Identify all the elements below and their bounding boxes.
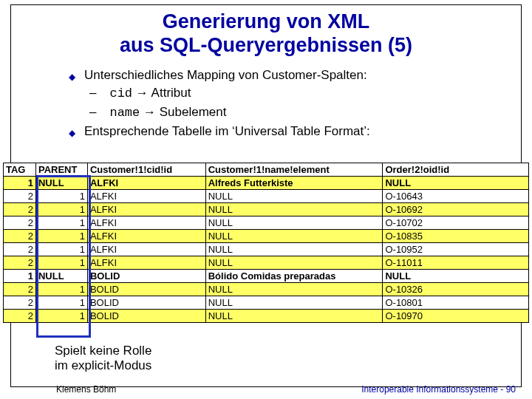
- table-cell: 2: [4, 203, 36, 216]
- bullet-2: ◆ Entsprechende Tabelle im ‘Universal Ta…: [69, 123, 521, 141]
- table-cell: BOLID: [87, 283, 205, 296]
- table-cell: NULL: [205, 283, 383, 296]
- table-cell: ALFKI: [87, 243, 205, 256]
- highlight-caption: Spielt keine Rolle im explicit-Modus: [55, 344, 151, 374]
- table-cell: 1: [35, 283, 87, 296]
- table-cell: NULL: [205, 310, 383, 323]
- table-body: 1NULLALFKIAlfreds FutterkisteNULL21ALFKI…: [4, 177, 529, 323]
- table-cell: ALFKI: [87, 230, 205, 243]
- table-cell: O-10835: [383, 230, 529, 243]
- table-cell: 2: [4, 216, 36, 230]
- table-header-row: TAG PARENT Customer!1!cid!id Customer!1!…: [4, 163, 529, 177]
- arrow-icon: →: [143, 105, 156, 119]
- code-cid: cid: [109, 86, 132, 100]
- bullet-1: ◆ Unterschiedliches Mapping von Customer…: [69, 66, 521, 85]
- sub2-rest: Subelement: [156, 105, 226, 119]
- table-row: 21ALFKINULLO-10702: [4, 216, 529, 230]
- table-row: 21ALFKINULLO-10952: [4, 243, 529, 256]
- table-row: 1NULLBOLIDBólido Comidas preparadasNULL: [4, 270, 529, 283]
- col-parent: PARENT: [35, 163, 87, 177]
- dash-icon: –: [89, 103, 96, 123]
- caption-line-2: im explicit-Modus: [55, 358, 151, 372]
- table-row: 21BOLIDNULLO-10326: [4, 283, 529, 296]
- table-cell: 2: [4, 256, 36, 270]
- table-cell: 1: [35, 203, 87, 216]
- table-cell: 2: [4, 310, 36, 323]
- table-cell: ALFKI: [87, 190, 205, 203]
- col-oid: Order!2!oid!id: [383, 163, 529, 177]
- table-cell: O-10952: [383, 243, 529, 256]
- sub1-rest: Attribut: [149, 86, 191, 100]
- table-cell: NULL: [205, 243, 383, 256]
- table-cell: 2: [4, 296, 36, 310]
- footer-author: Klemens Böhm: [56, 384, 116, 395]
- table-cell: Alfreds Futterkiste: [205, 177, 383, 190]
- sub-bullet-1-text: cid → Attribut: [109, 84, 191, 103]
- table-cell: ALFKI: [87, 203, 205, 216]
- table-row: 21ALFKINULLO-11011: [4, 256, 529, 270]
- table-cell: O-10692: [383, 203, 529, 216]
- bullet-1-text: Unterschiedliches Mapping von Customer-S…: [84, 66, 367, 85]
- table-row: 21ALFKINULLO-10643: [4, 190, 529, 203]
- dash-icon: –: [89, 84, 96, 103]
- code-name: name: [109, 106, 140, 120]
- table-cell: NULL: [205, 216, 383, 230]
- table-cell: ALFKI: [87, 256, 205, 270]
- table-cell: NULL: [205, 296, 383, 310]
- table-cell: 1: [35, 310, 87, 323]
- table-cell: NULL: [205, 230, 383, 243]
- table-cell: Bólido Comidas preparadas: [205, 270, 383, 283]
- table-cell: NULL: [35, 177, 87, 190]
- table-cell: BOLID: [87, 296, 205, 310]
- table-cell: 2: [4, 283, 36, 296]
- table-row: 21ALFKINULLO-10692: [4, 203, 529, 216]
- col-name: Customer!1!name!element: [205, 163, 383, 177]
- table-row: 1NULLALFKIAlfreds FutterkisteNULL: [4, 177, 529, 190]
- universal-table: TAG PARENT Customer!1!cid!id Customer!1!…: [3, 163, 529, 323]
- table-cell: 1: [4, 177, 36, 190]
- table-cell: 1: [35, 296, 87, 310]
- table-cell: BOLID: [87, 270, 205, 283]
- table-cell: NULL: [205, 190, 383, 203]
- table-cell: O-10970: [383, 310, 529, 323]
- table-cell: ALFKI: [87, 216, 205, 230]
- sub-bullet-1: – cid → Attribut: [89, 84, 521, 103]
- title-line-2: aus SQL-Queryergebnissen (5): [120, 34, 412, 56]
- slide-title: Generierung von XML aus SQL-Queryergebni…: [11, 10, 521, 58]
- col-tag: TAG: [4, 163, 36, 177]
- table-cell: 1: [4, 270, 36, 283]
- table-cell: NULL: [383, 177, 529, 190]
- data-table-wrapper: TAG PARENT Customer!1!cid!id Customer!1!…: [0, 163, 532, 323]
- table-cell: 1: [35, 216, 87, 230]
- table-row: 21BOLIDNULLO-10801: [4, 296, 529, 310]
- col-cid: Customer!1!cid!id: [87, 163, 205, 177]
- table-row: 21ALFKINULLO-10835: [4, 230, 529, 243]
- table-row: 21BOLIDNULLO-10970: [4, 310, 529, 323]
- title-line-1: Generierung von XML: [163, 10, 370, 33]
- table-cell: NULL: [35, 270, 87, 283]
- table-cell: NULL: [383, 270, 529, 283]
- table-cell: O-10702: [383, 216, 529, 230]
- table-cell: 2: [4, 230, 36, 243]
- sub-bullet-2-text: name → Subelement: [109, 103, 226, 123]
- arrow-icon: →: [136, 86, 149, 100]
- bullet-2-text: Entsprechende Tabelle im ‘Universal Tabl…: [84, 123, 370, 141]
- table-cell: O-10643: [383, 190, 529, 203]
- table-cell: ALFKI: [87, 177, 205, 190]
- table-cell: NULL: [205, 203, 383, 216]
- table-cell: 1: [35, 190, 87, 203]
- table-cell: 2: [4, 243, 36, 256]
- diamond-bullet-icon: ◆: [69, 71, 75, 83]
- table-cell: 1: [35, 230, 87, 243]
- table-cell: 2: [4, 190, 36, 203]
- diamond-bullet-icon: ◆: [69, 127, 75, 140]
- table-cell: O-10326: [383, 283, 529, 296]
- table-cell: 1: [35, 243, 87, 256]
- caption-line-1: Spielt keine Rolle: [55, 344, 151, 358]
- table-cell: 1: [35, 256, 87, 270]
- table-cell: BOLID: [87, 310, 205, 323]
- table-cell: O-10801: [383, 296, 529, 310]
- table-cell: NULL: [205, 256, 383, 270]
- footer-pageinfo: Interoperable Informationssysteme - 90: [361, 384, 516, 395]
- sub-bullet-2: – name → Subelement: [89, 103, 521, 123]
